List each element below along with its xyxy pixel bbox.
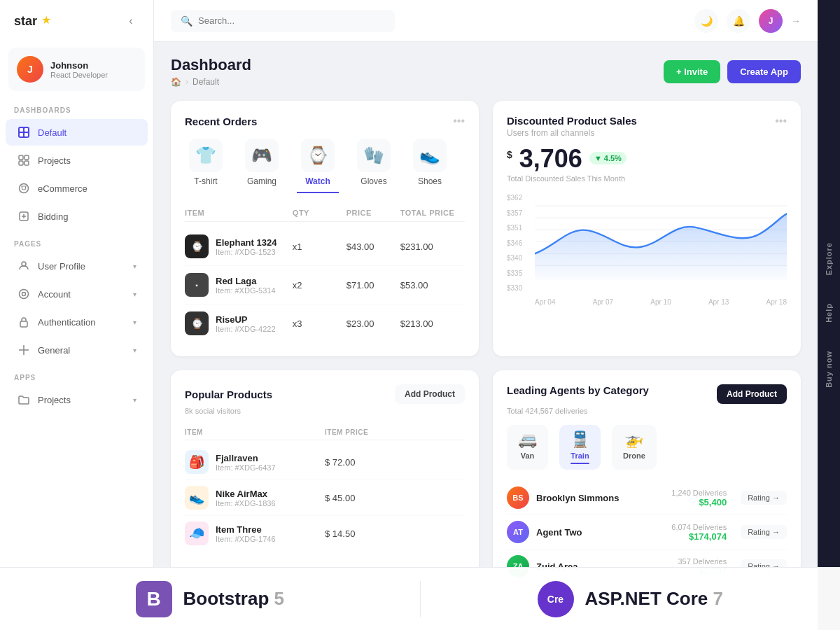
x-label: Apr 13 — [708, 298, 729, 306]
topbar-arrow-icon[interactable]: → — [791, 15, 801, 27]
tab-gaming[interactable]: 🎮 Gaming — [241, 139, 283, 193]
product-id: Item: #XDG-1836 — [216, 499, 276, 507]
y-label: $357 — [507, 209, 522, 217]
home-icon: 🏠 — [171, 77, 181, 87]
tab-watch[interactable]: ⌚ Watch — [297, 139, 339, 193]
tab-tshirt[interactable]: 👕 T-shirt — [185, 139, 227, 193]
sales-menu-icon[interactable]: ••• — [775, 115, 787, 127]
van-icon: 🚐 — [518, 430, 537, 449]
agent-tab-van[interactable]: 🚐 Van — [507, 425, 548, 470]
sidebar-item-label: Account — [38, 289, 71, 300]
add-product-agents-button[interactable]: Add Product — [717, 384, 787, 404]
sales-chart: $362 $357 $351 $346 $340 $335 $330 — [507, 194, 787, 306]
product-info: 🎒 Fjallraven Item: #XDG-6437 — [185, 450, 325, 474]
gaming-icon: 🎮 — [245, 139, 279, 172]
sidebar-item-bidding[interactable]: Bidding — [6, 203, 148, 230]
drone-underline — [623, 463, 645, 464]
agent-earnings: $5,400 — [671, 497, 727, 507]
sidebar-item-projects[interactable]: Projects — [6, 147, 148, 174]
recent-orders-title: Recent Orders — [185, 115, 257, 127]
tab-shoes[interactable]: 👟 Shoes — [409, 139, 451, 193]
invite-button[interactable]: + Invite — [664, 60, 720, 83]
popular-products-card: Popular Products Add Product 8k social v… — [171, 370, 479, 597]
amount-value: 3,706 — [519, 146, 582, 172]
bootstrap-version: 5 — [274, 588, 284, 609]
col-item: ITEM — [185, 209, 293, 217]
item-name: Elephant 1324 — [216, 237, 276, 248]
explore-label[interactable]: Explore — [825, 242, 833, 275]
projects-icon — [17, 153, 31, 167]
table-row: ⌚ Elephant 1324 Item: #XDG-1523 x1 $43.0… — [185, 227, 465, 266]
svg-point-8 — [22, 293, 26, 296]
rating-button[interactable]: Rating → — [741, 525, 787, 539]
user-name: Johnson — [50, 60, 108, 71]
product-id: Item: #XDG-6437 — [216, 463, 276, 472]
create-app-button[interactable]: Create App — [727, 60, 801, 83]
search-input[interactable] — [198, 15, 385, 26]
sidebar-item-label: eCommerce — [38, 183, 88, 194]
total-cell: $231.00 — [400, 241, 465, 252]
sidebar-item-authentication[interactable]: Authentication ▾ — [6, 309, 148, 335]
table-header: ITEM QTY PRICE TOTAL PRICE — [185, 204, 465, 222]
orders-table: ITEM QTY PRICE TOTAL PRICE ⌚ Elephant 13… — [185, 204, 465, 342]
item-thumb: ▪ — [185, 273, 209, 297]
train-label: Train — [570, 451, 589, 460]
agent-deliveries: 357 Deliveries — [678, 557, 727, 566]
product-price: $ 14.50 — [325, 528, 465, 539]
theme-toggle-button[interactable]: 🌙 — [694, 9, 718, 33]
x-label: Apr 07 — [593, 298, 613, 306]
sales-amount: $ 3,706 ▼ 4.5% — [507, 146, 787, 172]
user-role: React Developer — [50, 71, 108, 79]
y-label: $346 — [507, 239, 522, 247]
agent-tab-train[interactable]: 🚆 Train — [559, 425, 601, 470]
item-id: Item: #XDG-5314 — [216, 286, 276, 295]
search-box[interactable]: 🔍 — [171, 10, 395, 32]
product-details: Fjallraven Item: #XDG-6437 — [216, 453, 276, 472]
sidebar-item-label: Bidding — [38, 211, 68, 222]
sidebar-item-ecommerce[interactable]: eCommerce — [6, 175, 148, 202]
chevron-down-icon: ▾ — [133, 396, 136, 404]
page-header: Dashboard 🏠 › Default + Invite Create Ap… — [171, 56, 801, 87]
ecommerce-icon — [17, 181, 31, 195]
agent-earnings: $174,074 — [671, 531, 727, 542]
qty-cell: x1 — [293, 241, 346, 252]
product-price: $ 45.00 — [325, 493, 465, 503]
rating-button[interactable]: Rating → — [741, 491, 787, 505]
page-actions: + Invite Create App — [664, 60, 801, 83]
general-icon — [17, 343, 31, 357]
sidebar-item-general[interactable]: General ▾ — [6, 337, 148, 363]
section-label-dashboards: DASHBOARDS — [0, 97, 153, 118]
col-total: TOTAL PRICE — [400, 209, 465, 217]
sidebar-item-user-profile[interactable]: User Profile ▾ — [6, 253, 148, 279]
svg-rect-3 — [24, 161, 29, 165]
agent-stat: 1,240 Deliveries $5,400 — [671, 489, 727, 507]
notifications-button[interactable]: 🔔 — [727, 9, 750, 33]
tab-watch-label: Watch — [305, 176, 330, 186]
col-price: PRICE — [346, 209, 400, 217]
sidebar-item-default[interactable]: Default — [6, 119, 148, 146]
svg-point-6 — [22, 262, 26, 266]
sidebar-item-account[interactable]: Account ▾ — [6, 281, 148, 307]
x-label: Apr 18 — [766, 298, 787, 306]
popular-title-area: Popular Products — [185, 388, 272, 400]
bottom-grid: Popular Products Add Product 8k social v… — [171, 370, 801, 597]
agents-title: Leading Agents by Category — [507, 384, 649, 396]
agent-tab-drone[interactable]: 🚁 Drone — [612, 425, 657, 470]
item-details: RiseUP Item: #XDG-4222 — [216, 314, 276, 333]
buy-now-label[interactable]: Buy now — [825, 351, 833, 388]
page-title-area: Dashboard 🏠 › Default — [171, 56, 251, 87]
agent-stat: 6,074 Deliveries $174,074 — [671, 523, 727, 542]
sidebar: star ★ ‹ J Johnson React Developer DASHB… — [0, 0, 154, 630]
product-info: 👟 Nike AirMax Item: #XDG-1836 — [185, 486, 325, 510]
help-label[interactable]: Help — [825, 303, 833, 323]
card-menu-icon[interactable]: ••• — [453, 115, 465, 127]
brand-bar: B Bootstrap 5 Cre ASP.NET Core 7 — [0, 567, 840, 630]
badge-arrow: ▼ — [594, 154, 602, 162]
sidebar-item-apps-projects[interactable]: Projects ▾ — [6, 386, 148, 413]
sidebar-toggle-button[interactable]: ‹ — [122, 13, 139, 29]
sales-title: Discounted Product Sales — [507, 115, 637, 127]
product-name: Nike AirMax — [216, 489, 276, 499]
tab-gloves[interactable]: 🧤 Gloves — [353, 139, 395, 193]
agents-subtitle: Total 424,567 deliveries — [507, 407, 787, 415]
add-product-button[interactable]: Add Product — [395, 384, 465, 404]
